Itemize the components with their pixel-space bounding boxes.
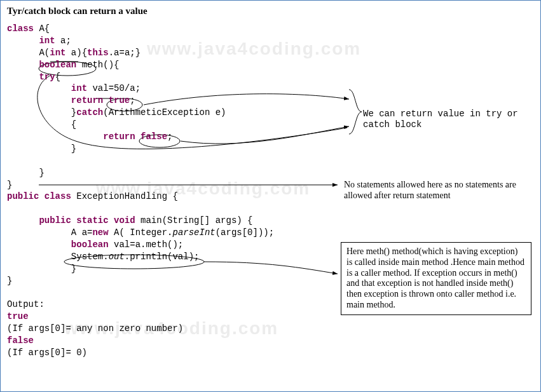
kw-int: int [50,48,65,58]
code-text: meth(){ [76,60,119,70]
kw-this: this [87,48,109,58]
code-text [103,95,108,105]
code-text: (args[0])); [216,227,274,238]
code-text: a){ [65,48,87,58]
code-text: A( [39,48,50,58]
kw-int: int [39,36,55,46]
code-text: } [71,264,76,274]
annotation-return-in-try-catch: We can return value in try or catch bloc… [363,109,528,130]
kw-return: return [103,132,135,142]
output-label: Output: [7,299,45,309]
code-text: a; [55,36,71,46]
code-text: } [39,168,44,178]
code-ital: parseInt [172,227,215,238]
section-title: Tyr/catch block can return a value [7,6,534,17]
code-text: val=a.meth(); [109,240,184,250]
code-text: .a=a;} [109,48,140,58]
output-false-cond: (If args[0]= 0) [7,348,87,358]
kw-public-class: public class [7,191,71,201]
output-false: false [7,335,34,346]
code-text: } [7,180,12,190]
code-text: } [71,107,76,118]
output-true-cond: (If args[0]= any non zero number) [7,323,183,334]
code-text: A a= [71,227,93,238]
code-text: { [71,119,76,130]
kw-boolean: boolean [39,60,76,70]
code-text: ExceptionHandling { [71,191,178,201]
document-frame: www.java4coding.com www.java4coding.com … [0,0,541,392]
kw-new: new [92,227,108,238]
code-text [135,132,140,142]
code-text: } [71,144,76,154]
code-text: (ArithmeticException e) [103,107,226,118]
annotation-caller-method-box: Here meth() method(which is having excep… [341,242,531,315]
kw-return: return [71,95,103,105]
kw-psvm: public static void [39,215,135,226]
code-text: A{ [34,24,50,34]
kw-try: try [39,72,55,82]
code-text: main(String[] args) { [135,215,253,226]
code-text: ; [167,132,172,142]
code-text: System. [71,252,109,262]
kw-catch: catch [76,107,103,118]
annotation-no-statements-after-return: No statements allowed here as no stateme… [344,180,535,201]
code-ital: out [109,252,125,262]
kw-class: class [7,24,34,34]
kw-int: int [71,83,87,93]
code-text: A( Integer. [109,227,173,238]
code-text: ; [130,95,135,105]
code-text: val=50/a; [87,83,140,93]
kw-boolean: boolean [71,240,109,250]
kw-false: false [140,132,167,142]
output-true: true [7,311,29,321]
code-text: } [7,276,12,286]
kw-true: true [109,95,130,105]
code-text: .println(val); [125,252,200,262]
code-text: { [55,72,60,82]
